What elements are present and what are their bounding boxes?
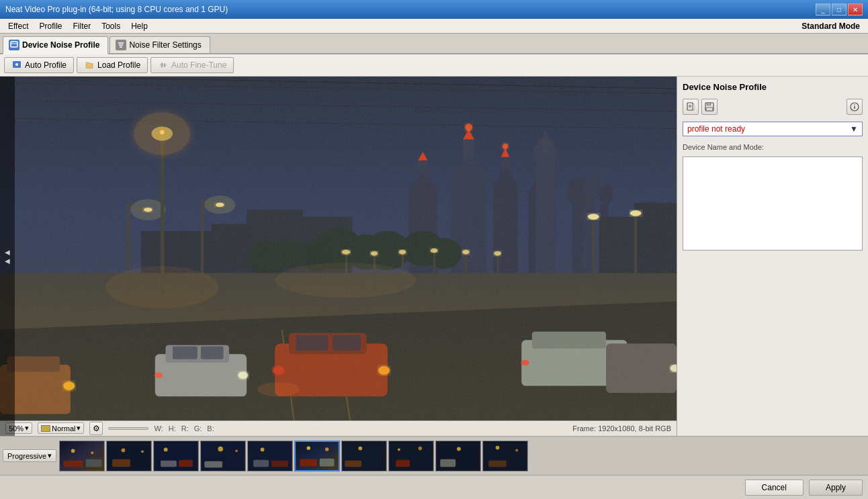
svg-rect-126: [86, 459, 102, 466]
svg-rect-141: [253, 459, 269, 467]
video-preview: [0, 77, 677, 420]
menu-bar: Effect Profile Filter Tools Help Standar…: [0, 19, 868, 34]
slider-control: [108, 427, 148, 430]
svg-rect-142: [271, 460, 288, 467]
progressive-button[interactable]: Progressive ▾: [3, 449, 56, 462]
frame-thumb-10[interactable]: [482, 441, 528, 471]
svg-rect-134: [179, 459, 193, 467]
svg-rect-130: [112, 459, 130, 466]
svg-rect-118: [706, 107, 713, 111]
menu-effect[interactable]: Effect: [3, 20, 34, 32]
settings-button[interactable]: ⚙: [89, 422, 103, 435]
svg-point-137: [235, 449, 238, 452]
cancel-button[interactable]: Cancel: [745, 480, 804, 496]
svg-point-121: [854, 104, 855, 105]
svg-point-159: [496, 445, 500, 449]
svg-rect-154: [396, 459, 410, 467]
load-profile-button[interactable]: Load Profile: [77, 57, 148, 73]
maximize-button[interactable]: □: [832, 3, 847, 15]
frame-thumb-4[interactable]: [200, 441, 246, 471]
svg-point-153: [419, 446, 423, 450]
progressive-arrow-icon: ▾: [48, 451, 52, 460]
minimize-button[interactable]: _: [816, 3, 830, 15]
menu-tools[interactable]: Tools: [96, 20, 126, 32]
noise-overlay: [0, 77, 677, 420]
svg-point-140: [261, 447, 265, 451]
dimension-labels: W: H: R: G: B:: [154, 424, 214, 433]
auto-fine-tune-icon: [158, 60, 169, 71]
frame-thumb-8[interactable]: [388, 441, 434, 471]
svg-rect-0: [11, 42, 17, 47]
left-sidebar[interactable]: ◀ ◀: [0, 77, 15, 436]
action-bar: Cancel Apply: [0, 475, 868, 499]
tab-noise-filter[interactable]: Noise Filter Settings: [110, 36, 210, 53]
svg-point-6: [15, 63, 18, 66]
save-profile-button[interactable]: [701, 99, 718, 115]
auto-profile-icon: [11, 60, 22, 71]
video-status-bar: 50% ▾ Normal ▾ ⚙ W: H: R: G:: [0, 420, 677, 436]
svg-rect-117: [707, 103, 711, 105]
svg-rect-161: [488, 460, 507, 467]
city-canvas: [0, 77, 677, 420]
mode-value: Normal: [52, 424, 75, 433]
b-label: B:: [207, 424, 214, 433]
svg-rect-9: [164, 63, 165, 67]
svg-rect-151: [390, 441, 433, 471]
mini-slider[interactable]: [108, 427, 148, 430]
device-name-input[interactable]: [683, 156, 863, 251]
filmstrip-frames: [59, 441, 865, 471]
frame-thumb-3[interactable]: [153, 441, 199, 471]
svg-point-156: [457, 447, 461, 451]
window-controls: _ □ ✕: [816, 3, 863, 15]
close-button[interactable]: ✕: [848, 3, 863, 15]
w-label: W:: [154, 424, 163, 433]
device-noise-tab-icon: [9, 40, 19, 50]
profile-status-dropdown[interactable]: profile not ready ▼: [683, 122, 863, 136]
tab-device-noise-label: Device Noise Profile: [22, 40, 99, 50]
content-area: ◀ ◀: [0, 77, 868, 436]
zoom-arrow-icon: ▾: [25, 424, 29, 433]
sidebar-arrows: ◀ ◀: [5, 248, 10, 265]
auto-fine-tune-button[interactable]: Auto Fine-Tune: [150, 57, 234, 73]
frame-thumb-6[interactable]: [294, 441, 340, 471]
progressive-label: Progressive: [7, 452, 46, 460]
frame-thumb-7[interactable]: [341, 441, 387, 471]
svg-rect-147: [320, 458, 335, 466]
tab-device-noise[interactable]: Device Noise Profile: [3, 36, 108, 54]
auto-profile-button[interactable]: Auto Profile: [4, 57, 74, 73]
frame-thumb-1[interactable]: [59, 441, 105, 471]
color-swatch: [41, 425, 50, 432]
svg-rect-146: [300, 459, 318, 466]
menu-help[interactable]: Help: [126, 20, 153, 32]
frame-thumb-5[interactable]: [247, 441, 293, 471]
main-container: Device Noise Profile Noise Filter Settin…: [0, 34, 868, 499]
apply-button[interactable]: Apply: [809, 480, 863, 496]
window-title: Neat Video Pro plug-in (64-bit; using 8 …: [5, 5, 228, 14]
filmstrip-bar: Progressive ▾: [0, 436, 868, 475]
svg-rect-7: [160, 64, 167, 66]
title-bar: Neat Video Pro plug-in (64-bit; using 8 …: [0, 0, 868, 19]
r-label: R:: [181, 424, 189, 433]
new-profile-button[interactable]: [683, 99, 699, 115]
svg-point-149: [358, 446, 362, 450]
info-button[interactable]: [847, 99, 863, 115]
frame-info: Frame: 1920x1080, 8-bit RGB: [572, 424, 671, 433]
tab-noise-filter-label: Noise Filter Settings: [129, 40, 201, 50]
svg-point-124: [91, 451, 93, 454]
profile-status-text: profile not ready: [687, 124, 745, 134]
menu-profile[interactable]: Profile: [34, 20, 67, 32]
h-label: H:: [169, 424, 176, 433]
mode-dropdown[interactable]: Normal ▾: [38, 422, 84, 434]
svg-rect-8: [161, 62, 163, 68]
tab-bar: Device Noise Profile Noise Filter Settin…: [0, 34, 868, 54]
frame-thumb-9[interactable]: [435, 441, 481, 471]
panel-toolbar: [683, 99, 863, 115]
right-panel-title: Device Noise Profile: [683, 82, 863, 92]
frame-thumb-2[interactable]: [106, 441, 152, 471]
svg-point-152: [398, 448, 400, 451]
svg-point-129: [141, 450, 144, 453]
menu-filter[interactable]: Filter: [67, 20, 96, 32]
svg-point-160: [515, 449, 518, 451]
svg-point-144: [307, 446, 310, 449]
svg-rect-138: [204, 461, 222, 467]
